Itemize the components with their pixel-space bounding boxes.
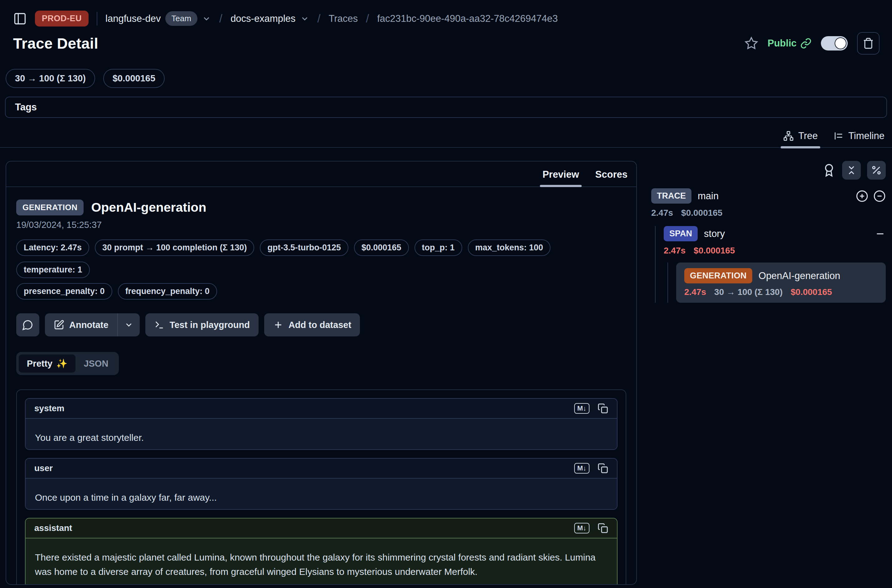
chevrons-collapse-icon (846, 165, 857, 176)
message-role: system (34, 404, 65, 413)
trace-badge: TRACE (651, 188, 691, 204)
copy-icon[interactable] (598, 463, 608, 474)
tab-scores[interactable]: Scores (594, 166, 629, 186)
test-in-playground-button[interactable]: Test in playground (145, 314, 258, 336)
panel-tabs: Preview Scores (6, 162, 636, 187)
expand-all-icon[interactable] (856, 190, 868, 202)
observation-actions: Annotate Test in playground (16, 314, 626, 336)
observation-meta-badges-2: presence_penalty: 0 frequency_penalty: 0 (16, 283, 626, 300)
breadcrumb-separator: / (366, 12, 369, 25)
latency-badge: Latency: 2.47s (16, 240, 89, 256)
observation-meta-badges: Latency: 2.47s 30 prompt → 100 completio… (16, 240, 626, 278)
breadcrumb-org[interactable]: langfuse-dev Team (105, 11, 211, 26)
trace-detail-page: PROD-EU langfuse-dev Team / docs-example… (0, 0, 892, 588)
generation-node-selected[interactable]: GENERATION OpenAI-generation 2.47s 30 → … (676, 262, 886, 303)
public-link[interactable]: Public (767, 38, 811, 49)
playground-label: Test in playground (170, 320, 250, 330)
chevron-down-icon (202, 14, 211, 23)
markdown-toggle-icon[interactable]: M↓ (574, 463, 589, 474)
trace-latency: 2.47s (651, 208, 673, 218)
chevron-down-icon (300, 14, 309, 23)
trace-name: main (698, 190, 719, 202)
observation-timestamp: 19/03/2024, 15:25:37 (16, 220, 626, 230)
trace-cost: $0.000165 (681, 208, 722, 218)
trace-node[interactable]: TRACE main (651, 188, 886, 204)
trash-icon (862, 38, 874, 49)
generation-badge: GENERATION (684, 268, 752, 284)
metrics-percent-button[interactable] (867, 161, 886, 180)
temperature-badge: temperature: 1 (16, 262, 90, 278)
comment-icon (22, 319, 33, 330)
assistant-message: assistant M↓ There existed a majestic pl… (25, 518, 617, 585)
copy-icon[interactable] (598, 403, 608, 414)
tab-preview[interactable]: Preview (541, 166, 580, 186)
span-node[interactable]: SPAN story (664, 226, 886, 241)
span-cost: $0.000165 (694, 246, 735, 256)
message-content: There existed a majestic planet called L… (26, 538, 617, 585)
breadcrumb: PROD-EU langfuse-dev Team / docs-example… (0, 0, 892, 27)
sidebar-toggle-button[interactable] (13, 12, 27, 26)
message-content: You are a great storyteller. (26, 419, 617, 450)
token-usage-badge[interactable]: 30 → 100 (Σ 130) (6, 69, 95, 88)
markdown-toggle-icon[interactable]: M↓ (574, 523, 589, 534)
format-toggle: Pretty ✨ JSON (16, 352, 119, 375)
message-role: assistant (34, 523, 72, 533)
org-type-pill: Team (165, 11, 198, 26)
span-name: story (704, 228, 725, 240)
tree-icon (783, 130, 794, 141)
view-tabs: Tree Timeline (0, 127, 892, 148)
tab-tree[interactable]: Tree (781, 127, 820, 147)
generation-cost: $0.000165 (791, 287, 832, 297)
breadcrumb-trace-id: fac231bc-90ee-490a-aa32-78c4269474e3 (377, 13, 558, 24)
toggle-knob (835, 38, 847, 49)
delete-trace-button[interactable] (857, 32, 880, 54)
cost-badge[interactable]: $0.000165 (103, 69, 165, 88)
breadcrumb-separator: / (317, 12, 321, 25)
link-icon (800, 38, 811, 49)
trace-metrics: 2.47s $0.000165 (651, 208, 886, 218)
tags-container[interactable]: Tags (5, 97, 887, 118)
annotate-button[interactable]: Annotate (45, 314, 117, 336)
generation-latency: 2.47s (684, 287, 706, 297)
generation-name: OpenAI-generation (758, 270, 840, 282)
collapse-node-icon[interactable] (874, 228, 886, 240)
collapse-all-icon[interactable] (873, 190, 886, 202)
span-badge: SPAN (664, 226, 698, 241)
sparkles-icon: ✨ (56, 358, 68, 369)
add-to-dataset-button[interactable]: Add to dataset (264, 314, 360, 336)
system-message: system M↓ You are a great storyteller. (25, 398, 617, 450)
tab-timeline[interactable]: Timeline (831, 127, 887, 147)
markdown-toggle-icon[interactable]: M↓ (574, 403, 589, 414)
copy-icon[interactable] (598, 523, 608, 534)
max-tokens-badge: max_tokens: 100 (468, 240, 551, 256)
generation-metrics: 2.47s 30 → 100 (Σ 130) $0.000165 (684, 287, 878, 297)
annotate-label: Annotate (69, 320, 108, 330)
pretty-toggle-button[interactable]: Pretty ✨ (19, 354, 75, 373)
annotate-dropdown-button[interactable] (117, 314, 140, 336)
comment-button[interactable] (16, 314, 39, 336)
award-icon (822, 164, 836, 177)
scores-award-button[interactable] (822, 164, 836, 177)
tab-tree-label: Tree (798, 130, 818, 141)
breadcrumb-project[interactable]: docs-examples (230, 13, 309, 24)
favorite-star-button[interactable] (745, 36, 758, 50)
generation-tokens: 30 → 100 (Σ 130) (714, 287, 782, 297)
breadcrumb-traces-link[interactable]: Traces (329, 13, 358, 24)
public-toggle[interactable] (821, 36, 848, 51)
chevron-down-icon (124, 320, 134, 330)
environment-badge[interactable]: PROD-EU (35, 10, 89, 27)
project-name: docs-examples (230, 13, 295, 24)
tree-toolbar (651, 161, 886, 180)
percent-icon (871, 165, 882, 176)
json-toggle-button[interactable]: JSON (75, 355, 116, 373)
model-badge[interactable]: gpt-3.5-turbo-0125 (260, 240, 348, 256)
token-badge: 30 prompt → 100 completion (Σ 130) (95, 240, 254, 256)
page-title: Trace Detail (13, 35, 98, 52)
span-children: GENERATION OpenAI-generation 2.47s 30 → … (667, 262, 886, 303)
collapse-all-button[interactable] (842, 161, 861, 180)
cost-badge: $0.000165 (354, 240, 409, 256)
breadcrumb-separator: / (219, 12, 222, 25)
message-role: user (34, 463, 53, 473)
trace-tree-panel: TRACE main 2.47s $0.000165 (651, 161, 886, 303)
plus-icon (273, 320, 284, 330)
